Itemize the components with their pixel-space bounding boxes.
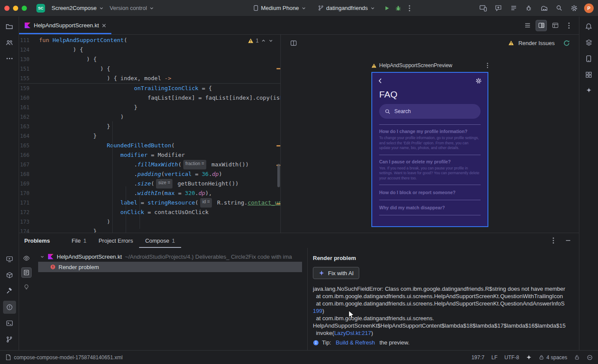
write-access-widget[interactable] [574, 354, 580, 360]
warning-stripe-mark[interactable] [276, 203, 280, 205]
preview-phone-frame[interactable]: FAQ Search How do I change my profile in… [371, 72, 488, 227]
gradle-button[interactable] [582, 36, 595, 49]
version-control-button[interactable] [3, 333, 16, 346]
zoom-window-button[interactable] [22, 6, 27, 11]
settings-button[interactable] [569, 3, 580, 14]
gemini-spark-icon [585, 87, 592, 94]
preview-name: HelpAndSupportScreenPreview [379, 62, 452, 68]
problem-label: Render problem [58, 264, 99, 270]
vcs-label: Version control [110, 5, 147, 11]
device-selector[interactable]: Medium Phone [250, 3, 309, 13]
refresh-preview-button[interactable] [561, 37, 572, 49]
editor-tab-active[interactable]: HelpAndSupportScreen.kt [19, 16, 111, 34]
editor-scrollbar-thumb[interactable] [277, 164, 280, 187]
close-window-button[interactable] [4, 6, 10, 11]
project-selector[interactable]: Screen2Compose [49, 3, 107, 13]
profiler-button[interactable] [523, 3, 534, 14]
cursor-position-widget[interactable]: 197:7 [471, 354, 484, 361]
render-issues-button[interactable]: Render Issues [518, 40, 555, 46]
statusbar-file-widget[interactable]: compose-compose-model-1758748140651.xml [5, 354, 123, 361]
code-token: = [175, 188, 185, 198]
search-everywhere-button[interactable] [553, 3, 565, 14]
editor-options-button[interactable] [563, 20, 575, 31]
running-devices-button[interactable] [508, 3, 519, 14]
branch-selector[interactable]: datingandfriends [315, 3, 378, 13]
device-manager-button[interactable] [582, 52, 595, 65]
more-run-actions-button[interactable] [404, 3, 415, 14]
inspections-widget[interactable]: 1 [248, 38, 273, 44]
terminal-button[interactable] [3, 317, 16, 330]
more-tool-windows-button[interactable] [3, 52, 16, 65]
close-icon[interactable] [102, 23, 106, 28]
preview-toolbar: Render Issues [281, 35, 579, 51]
code-view-button[interactable] [522, 20, 533, 31]
commit-button[interactable] [3, 36, 16, 49]
preview-problem-button[interactable] [21, 253, 32, 263]
device-name: Medium Phone [261, 5, 299, 11]
resource-manager-button[interactable] [582, 68, 595, 81]
indent-guide [126, 186, 126, 233]
code-editor[interactable]: 111fun HelpAndSupportContent(124 ) {130 … [19, 35, 281, 233]
line-number: 172 [19, 208, 29, 217]
build-refresh-link[interactable]: Build & Refresh [336, 339, 375, 346]
debug-button[interactable] [393, 3, 404, 14]
faq-item: Why did my match disappear? [379, 200, 481, 215]
chevron-down-icon[interactable] [40, 254, 45, 259]
vcs-widget[interactable]: Version control [107, 3, 157, 13]
project-folder-button[interactable] [3, 20, 16, 33]
code-token: ) [39, 217, 110, 227]
tree-item-render-problem[interactable]: Render problem [38, 262, 302, 272]
split-view-button[interactable] [536, 20, 547, 31]
xml-file-icon [5, 354, 11, 361]
notifications-button[interactable] [582, 20, 595, 33]
running-devices-tool-button[interactable] [3, 253, 16, 266]
show-details-button[interactable] [21, 267, 32, 278]
gemini-chat-button[interactable] [493, 3, 504, 14]
android-studio-window: SC Screen2Compose Version control Medium… [0, 0, 598, 364]
error-icon [50, 264, 55, 270]
warning-stripe-mark[interactable] [276, 68, 280, 69]
gradle-sync-button[interactable] [538, 3, 549, 14]
next-warning-button[interactable] [268, 38, 273, 43]
problems-tool-button[interactable] [3, 301, 16, 314]
panel-options-button[interactable] [548, 235, 559, 246]
run-button[interactable] [381, 3, 393, 14]
code-token: } [39, 103, 137, 112]
tool-window-title: Problems [24, 233, 50, 248]
stack-trace-line: invoke(LazyDsl.kt:217) [313, 329, 579, 337]
stack-trace-link[interactable]: LazyDsl.kt:217 [334, 330, 371, 336]
tab-file[interactable]: File 1 [65, 233, 92, 248]
quickfix-bulb-button[interactable] [21, 282, 32, 292]
line-separator-widget[interactable]: LF [491, 354, 497, 361]
chevron-down-icon [370, 6, 375, 10]
prev-warning-button[interactable] [261, 38, 266, 43]
split-editor-icon [538, 22, 545, 29]
tab-compose[interactable]: Compose 1 [139, 233, 181, 248]
problems-toolbar [19, 248, 34, 350]
build-button[interactable] [3, 285, 16, 298]
code-token: ( [151, 179, 154, 188]
device-mirroring-button[interactable] [478, 3, 489, 14]
code-line: 160 faqList[index] = faqList[index].copy… [19, 93, 280, 103]
dependencies-button[interactable] [3, 269, 16, 282]
preview-header[interactable]: HelpAndSupportScreenPreview [371, 62, 488, 68]
encoding-widget[interactable]: UTF-8 [504, 354, 519, 361]
fix-with-ai-button[interactable]: Fix with AI [313, 267, 359, 279]
unlock-icon [574, 354, 580, 360]
line-number: 166 [19, 150, 29, 160]
profile-avatar[interactable]: P [584, 3, 594, 13]
statusbar: compose-compose-model-1758748140651.xml … [0, 350, 598, 364]
hide-panel-button[interactable] [562, 235, 574, 246]
inspection-status-widget[interactable] [587, 354, 593, 361]
tab-project-errors[interactable]: Project Errors [92, 233, 139, 248]
design-view-button[interactable] [549, 20, 561, 31]
preview-layout-button[interactable] [288, 37, 299, 49]
warning-stripe-mark[interactable] [276, 145, 280, 146]
indent-widget[interactable]: 4 spaces [539, 354, 567, 361]
gemini-button[interactable] [582, 84, 595, 97]
preview-menu-button[interactable] [487, 62, 488, 68]
ai-status-widget[interactable] [526, 354, 532, 360]
stack-trace-link[interactable]: 199 [313, 308, 322, 314]
minimize-window-button[interactable] [13, 6, 18, 11]
tree-item-file[interactable]: HelpAndSupportScreen.kt ~/AndroidStudioP… [34, 251, 307, 262]
